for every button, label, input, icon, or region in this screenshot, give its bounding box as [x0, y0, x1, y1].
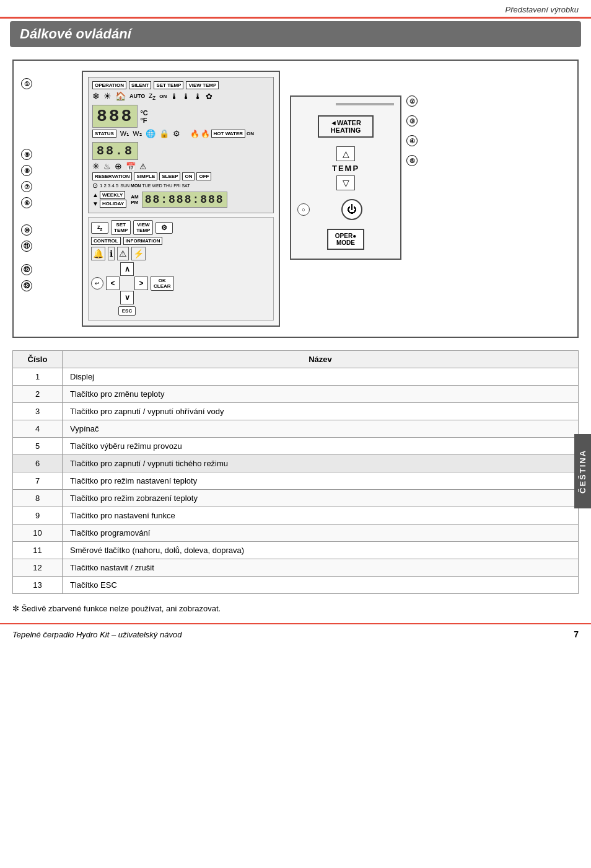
water-heating-box: ◄WATER HEATING: [318, 115, 374, 138]
secondary-remote-wrapper: ◄WATER HEATING △ TEMP ▽ ○ ⏻: [290, 83, 418, 260]
right-num-2: ②: [406, 95, 418, 107]
circle-icon: ⊙: [92, 182, 98, 190]
display-panel: OPERATION SILENT SET TEMP VIEW TEMP ❄ ☀ …: [88, 77, 274, 213]
esc-row: ESC: [91, 306, 271, 316]
fahrenheit-label: °F: [140, 117, 147, 124]
warning-icon: ⚠: [117, 247, 129, 260]
num-label-8: ⑧: [21, 165, 32, 176]
table-row: 3Tlačítko pro zapnutí / vypnutí ohřívání…: [13, 403, 579, 420]
num-label-9: ⑨: [21, 149, 32, 160]
holiday-label: HOLIDAY: [100, 200, 126, 208]
row-name: Tlačítko pro režim nastavení teploty: [63, 472, 579, 490]
icon-row-1: ❄ ☀ 🏠 AUTO zz ON 🌡 🌡 🌡: [92, 91, 269, 128]
wifi-w1-icon: W₁: [120, 130, 129, 138]
row-name: Tlačítko programování: [63, 525, 579, 542]
temp-up-button[interactable]: △: [336, 146, 355, 161]
row-name: Tlačítko pro zapnutí / vypnutí tichého r…: [63, 455, 579, 472]
display-top-labels: OPERATION SILENT SET TEMP VIEW TEMP: [92, 81, 269, 89]
row-name: Tlačítko pro změnu teploty: [63, 386, 579, 403]
oper-mode-button[interactable]: OPER●MODE: [327, 229, 364, 250]
house-icon: 🏠: [115, 91, 126, 101]
table-row: 1Displej: [13, 368, 579, 386]
status-row: STATUS W₁ W₂ 🌐 🔒 ⚙ 🔥 🔥 HOT WATER ON: [92, 129, 269, 160]
celsius-label: °C: [140, 109, 147, 117]
table-row: 11Směrové tlačítko (nahoru, dolů, doleva…: [13, 542, 579, 559]
table-row: 6Tlačítko pro zapnutí / vypnutí tichého …: [13, 455, 579, 472]
calendar-icon: 📅: [126, 162, 136, 171]
nav-right-button[interactable]: >: [134, 277, 148, 290]
set-temp-button[interactable]: SET TEMP: [111, 220, 131, 235]
row-name: Tlačítko ESC: [63, 577, 579, 594]
row-number: 3: [13, 403, 63, 420]
page-header-title: Představení výrobku: [505, 5, 579, 14]
parts-table: Číslo Název 1Displej2Tlačítko pro změnu …: [12, 350, 579, 594]
silent-label: SILENT: [129, 81, 151, 89]
temp-down-button[interactable]: ▽: [336, 175, 355, 190]
row-number: 10: [13, 525, 63, 542]
hot-water-flame1: 🔥: [190, 130, 199, 138]
arrow-down-sched: ▼: [92, 200, 98, 207]
row-name: Vypínač: [63, 420, 579, 438]
remote-main: OPERATION SILENT SET TEMP VIEW TEMP ❄ ☀ …: [82, 71, 280, 327]
row-name: Tlačítko pro režim zobrazení teploty: [63, 490, 579, 507]
table-row: 4Vypínač: [13, 420, 579, 438]
sleep-icon: zz: [149, 91, 155, 101]
esc-button[interactable]: ESC: [118, 306, 136, 316]
view-temp-button[interactable]: VIEW TEMP: [133, 220, 153, 235]
nav-down-button[interactable]: ∨: [120, 291, 134, 304]
info-icon: ℹ: [108, 247, 115, 260]
row-name: Tlačítko nastavit / zrušit: [63, 559, 579, 577]
back-button[interactable]: ↩: [91, 277, 103, 290]
ok-clear-button[interactable]: OK CLEAR: [151, 276, 174, 291]
ctrl-top-row: zz SET TEMP VIEW TEMP ⚙: [91, 220, 271, 235]
control-section: zz SET TEMP VIEW TEMP ⚙ CONTROL INFORMAT…: [88, 217, 274, 321]
information-label: INFORMATION: [123, 237, 163, 245]
settings-button[interactable]: ⚙: [155, 222, 173, 234]
power-row: ○ ⏻: [297, 197, 394, 223]
footer: Tepelné čerpadlo Hydro Kit – uživatelský…: [0, 623, 591, 644]
row-number: 6: [13, 455, 63, 472]
note-text: Šedivě zbarvené funkce nelze používat, a…: [22, 604, 221, 613]
table-row: 5Tlačítko výběru režimu provozu: [13, 438, 579, 455]
note-symbol: ✼: [12, 604, 19, 613]
row-number: 2: [13, 386, 63, 403]
sun-icon: ☀: [103, 91, 112, 101]
water-section: ◄WATER HEATING: [297, 110, 394, 143]
table-row: 7Tlačítko pro režim nastavení teploty: [13, 472, 579, 490]
network-icon: 🌐: [146, 129, 155, 138]
wifi-w2-icon: W₂: [133, 130, 141, 138]
hotwater-icon: ♨: [103, 162, 111, 171]
control-label: CONTROL: [91, 237, 121, 245]
table-row: 2Tlačítko pro změnu teploty: [13, 386, 579, 403]
temp-up-icon: 🌡: [170, 92, 178, 101]
set-temp-label: SET TEMP: [154, 81, 183, 89]
snowflake-icon: ❄: [92, 91, 100, 101]
temp-unit: °C °F: [140, 109, 147, 124]
num-label-11: ⑪: [21, 241, 32, 252]
num-label-1: ①: [21, 78, 32, 89]
num-label-6: ⑥: [21, 197, 32, 208]
fan-icon: ✿: [206, 92, 212, 101]
nav-up-button[interactable]: ∧: [120, 262, 134, 276]
hot-water-on-label: ON: [247, 131, 254, 136]
table-row: 9Tlačítko pro nastavení funkce: [13, 507, 579, 525]
row-name: Displej: [63, 368, 579, 386]
auto-label: AUTO: [129, 93, 145, 99]
right-num-4: ④: [406, 135, 418, 146]
sleep-button[interactable]: zz: [91, 222, 108, 234]
table-row: 8Tlačítko pro režim zobrazení teploty: [13, 490, 579, 507]
num-label-12: ⑫: [21, 264, 32, 275]
footer-page: 7: [574, 629, 579, 639]
numbers-row: ⊙ 1 2 3 4 5 SUN MON TUE WED: [92, 182, 269, 190]
nav-left-button[interactable]: <: [106, 277, 120, 290]
section-title: Dálkové ovládání: [20, 26, 571, 42]
power-button[interactable]: ⏻: [341, 199, 362, 220]
footer-text: Tepelné čerpadlo Hydro Kit – uživatelský…: [12, 630, 182, 639]
weekly-label: WEEKLY: [100, 191, 126, 199]
circle-button[interactable]: ○: [297, 203, 310, 216]
temp-med-icon: 🌡: [194, 92, 202, 101]
schedule-row: RESERVATION SIMPLE SLEEP ON OFF: [92, 172, 269, 180]
bell-icon: 🔔: [91, 247, 105, 260]
sidebar-label: ČEŠTINA: [578, 449, 587, 493]
row-number: 13: [13, 577, 63, 594]
